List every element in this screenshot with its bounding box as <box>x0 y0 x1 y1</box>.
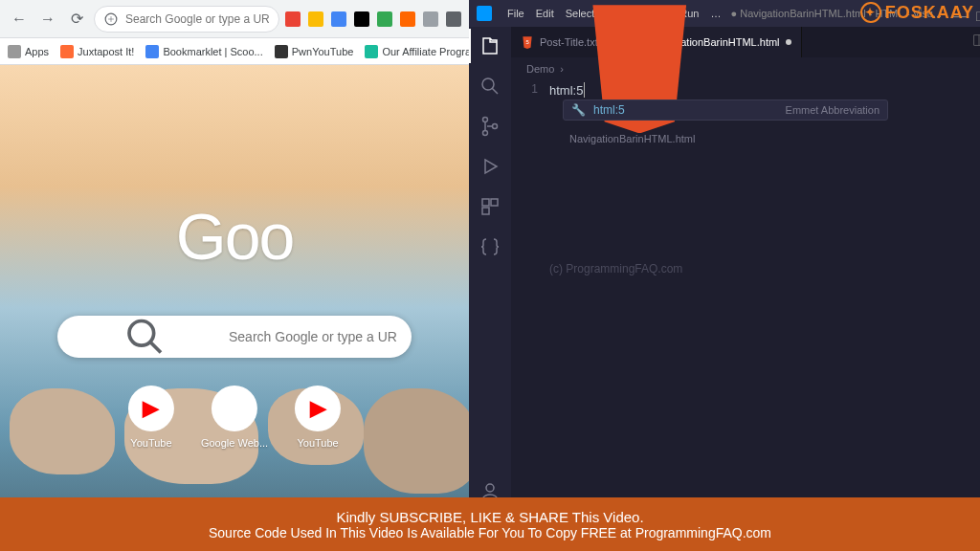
vscode-window: FileEditSelectionViewGoRun… ● Navigation… <box>469 0 980 551</box>
svg-rect-9 <box>491 199 498 206</box>
extension-icon[interactable] <box>308 11 323 27</box>
bookmarks-bar: AppsJuxtapost It!Bookmarklet | Scoo...Pw… <box>0 38 469 65</box>
svg-point-6 <box>483 131 488 136</box>
text-cursor <box>584 82 585 98</box>
new-tab-page: Goo ▶YouTubeGGoogle Web...▶YouTube 🔗 Pho… <box>0 65 469 551</box>
ntp-search-input[interactable] <box>229 329 396 344</box>
code-editor[interactable]: 1 html:5 🔧 html:5 Emmet Abbreviation (c)… <box>511 80 980 551</box>
line-gutter: 1 <box>511 82 549 551</box>
svg-text:5: 5 <box>525 39 528 45</box>
menu-edit[interactable]: Edit <box>530 8 560 19</box>
omnibox-input[interactable] <box>125 12 269 26</box>
shortcut-tile[interactable]: ▶YouTube <box>128 386 174 449</box>
svg-point-7 <box>493 124 498 129</box>
extensions-icon[interactable] <box>479 195 501 218</box>
bookmark-icon <box>145 45 159 58</box>
dirty-indicator-icon <box>786 39 791 45</box>
editor-area: 5Post-Title.txt9+5NavigationBarinHTML.ht… <box>511 27 980 551</box>
bookmark-icon <box>8 45 21 58</box>
chrome-window: ← → ⟳ AppsJuxtapost It!Bookmarklet | Sco… <box>0 0 469 551</box>
extension-icon[interactable] <box>423 11 438 27</box>
extension-icon[interactable] <box>285 11 301 27</box>
bookmark-item[interactable]: PwnYouTube <box>275 45 354 58</box>
shortcut-label: YouTube <box>130 437 171 449</box>
split-editor-icon[interactable] <box>972 33 980 51</box>
shortcut-icon: ▶ <box>295 386 341 431</box>
extension-icon[interactable] <box>446 11 461 27</box>
svg-rect-10 <box>482 208 489 214</box>
bookmark-item[interactable]: Bookmarklet | Scoo... <box>145 45 262 58</box>
breadcrumb-segment[interactable]: Demo <box>526 63 554 75</box>
omnibox[interactable] <box>94 6 279 33</box>
tab-actions: ⋯ <box>963 27 980 57</box>
extension-icon[interactable] <box>354 11 369 27</box>
bookmark-item[interactable]: Juxtapost It! <box>60 45 134 58</box>
ntp-search-bar[interactable] <box>57 316 412 358</box>
vscode-logo-icon <box>477 6 492 21</box>
activity-bar <box>469 27 511 551</box>
shortcut-tile[interactable]: ▶YouTube <box>295 386 341 449</box>
shortcut-label: Google Web... <box>201 437 268 449</box>
forward-button[interactable]: → <box>36 6 59 33</box>
maximize-icon[interactable]: □ <box>976 8 980 19</box>
file-icon: 5 <box>521 35 534 49</box>
shortcuts-row: ▶YouTubeGGoogle Web...▶YouTube <box>128 386 341 449</box>
back-button[interactable]: ← <box>8 6 31 33</box>
extension-icon[interactable] <box>331 11 346 27</box>
chevron-right-icon: › <box>560 63 564 75</box>
brand-watermark: ✦ FOSKAAY <box>860 2 974 23</box>
breadcrumb[interactable]: Demo› NavigationBarinHTML.html <box>511 57 980 80</box>
source-control-icon[interactable] <box>479 115 501 138</box>
chrome-toolbar: ← → ⟳ <box>0 0 469 38</box>
bookmark-item[interactable]: Apps <box>8 45 49 58</box>
extension-icon[interactable] <box>377 11 392 27</box>
bookmark-icon <box>275 45 288 58</box>
svg-rect-8 <box>482 199 489 206</box>
menu-file[interactable]: File <box>501 8 530 19</box>
svg-point-1 <box>129 321 154 346</box>
extension-icon[interactable] <box>400 11 415 27</box>
svg-line-2 <box>150 342 161 353</box>
suggest-item[interactable]: html:5 <box>593 103 625 117</box>
bookmark-icon <box>60 45 74 58</box>
shortcut-tile[interactable]: GGoogle Web... <box>201 386 268 449</box>
shortcut-icon: ▶ <box>128 386 174 431</box>
svg-point-11 <box>486 484 494 492</box>
explorer-icon[interactable] <box>479 34 501 57</box>
suggest-widget[interactable]: 🔧 html:5 Emmet Abbreviation <box>563 99 888 121</box>
bottom-banner: Kindly SUBSCRIBE, LIKE & SHARE This Vide… <box>0 497 980 551</box>
banner-line1: Kindly SUBSCRIBE, LIKE & SHARE This Vide… <box>336 509 643 525</box>
search-icon <box>73 316 217 358</box>
svg-point-5 <box>483 118 488 122</box>
shortcut-icon: G <box>212 386 257 431</box>
google-logo: Goo <box>176 199 294 274</box>
editor-watermark: (c) ProgrammingFAQ.com <box>549 262 682 276</box>
wrench-icon: 🔧 <box>571 103 586 117</box>
code-text: html:5 <box>549 83 583 98</box>
banner-line2: Source Code Used In This Video Is Availa… <box>209 525 771 540</box>
suggest-hint: Emmet Abbreviation <box>786 104 880 116</box>
svg-line-4 <box>492 88 498 94</box>
search-icon[interactable] <box>479 75 501 98</box>
google-icon <box>104 12 118 26</box>
bookmark-item[interactable]: Our Affiliate Progra... <box>365 45 479 58</box>
extension-icons <box>285 11 461 27</box>
run-debug-icon[interactable] <box>479 155 501 178</box>
reload-button[interactable]: ⟳ <box>65 6 88 33</box>
bracket-icon[interactable] <box>479 235 501 258</box>
shortcut-label: YouTube <box>297 437 338 449</box>
bookmark-icon <box>365 45 378 58</box>
brand-icon: ✦ <box>860 2 881 23</box>
